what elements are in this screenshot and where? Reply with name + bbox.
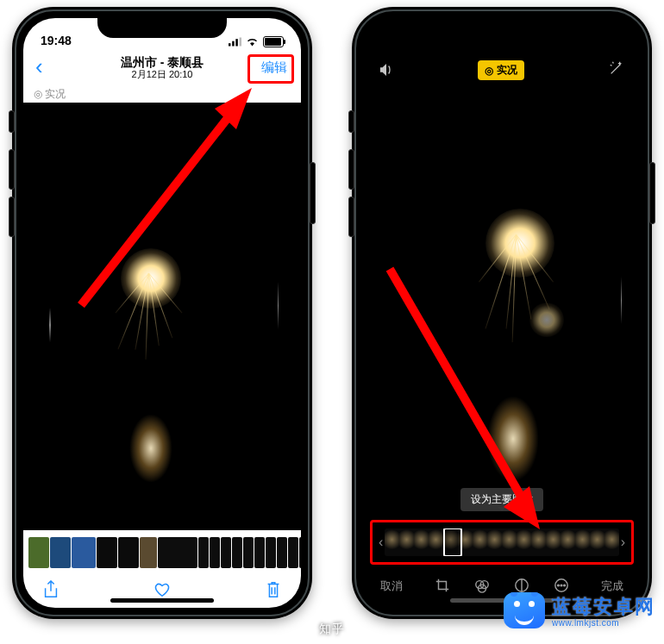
screen-edit-mode: ◎ 实况 bbox=[363, 18, 641, 608]
live-photo-icon: ◎ bbox=[34, 88, 42, 100]
power-button bbox=[649, 162, 655, 224]
scrub-frame[interactable] bbox=[473, 528, 487, 556]
speaker-icon bbox=[379, 63, 394, 77]
live-photo-icon: ◎ bbox=[485, 65, 493, 77]
thumbnail[interactable] bbox=[299, 537, 301, 568]
firework-image bbox=[363, 89, 641, 516]
nav-title-location: 温州市 - 泰顺县 bbox=[121, 55, 204, 69]
scrub-frame[interactable] bbox=[604, 528, 619, 556]
svg-point-11 bbox=[561, 585, 562, 586]
crop-icon bbox=[435, 578, 450, 593]
svg-point-12 bbox=[564, 585, 566, 586]
svg-rect-2 bbox=[235, 39, 238, 46]
share-icon bbox=[42, 580, 60, 599]
thumbnail[interactable] bbox=[72, 537, 96, 568]
wand-icon bbox=[608, 59, 625, 77]
frame-scrubber[interactable]: ‹ › bbox=[377, 527, 627, 558]
scrub-frame[interactable] bbox=[429, 528, 443, 556]
live-photo-pill[interactable]: ◎ 实况 bbox=[478, 60, 524, 80]
watermark-name: 蓝莓安卓网 bbox=[552, 594, 655, 620]
share-button[interactable] bbox=[42, 580, 60, 603]
scrub-frame[interactable] bbox=[517, 528, 531, 556]
thumbnail[interactable] bbox=[158, 537, 197, 568]
svg-rect-0 bbox=[229, 43, 231, 46]
scrub-frames[interactable] bbox=[385, 528, 618, 556]
mute-toggle[interactable] bbox=[379, 63, 394, 80]
thumbnail[interactable] bbox=[243, 537, 254, 568]
scrub-frame[interactable] bbox=[575, 528, 590, 556]
home-indicator[interactable] bbox=[110, 598, 214, 603]
scrub-cursor[interactable] bbox=[443, 528, 462, 556]
nav-bar: ‹ 温州市 - 泰顺县 2月12日 20:10 编辑 bbox=[23, 49, 301, 85]
thumbnail[interactable] bbox=[97, 537, 117, 568]
phone-right: ◎ 实况 bbox=[352, 7, 652, 619]
scrub-frame[interactable] bbox=[561, 528, 575, 556]
phone-left: 19:48 ‹ 温州市 - 泰顺县 2月12日 20:10 编辑 ◎ 实况 bbox=[12, 7, 312, 619]
notch bbox=[97, 16, 227, 38]
screen-photos-app: 19:48 ‹ 温州市 - 泰顺县 2月12日 20:10 编辑 ◎ 实况 bbox=[23, 18, 301, 608]
crop-button[interactable] bbox=[435, 578, 450, 596]
thumbnail[interactable] bbox=[50, 537, 71, 568]
filters-button[interactable] bbox=[474, 578, 490, 596]
back-button[interactable]: ‹ bbox=[35, 56, 56, 77]
battery-icon bbox=[263, 36, 284, 47]
scrub-frame[interactable] bbox=[487, 528, 502, 556]
mute-switch bbox=[9, 110, 15, 133]
thumbnail[interactable] bbox=[221, 537, 231, 568]
edit-photo-canvas[interactable]: 设为主要照片 bbox=[363, 89, 641, 516]
scrub-frame[interactable] bbox=[590, 528, 604, 556]
live-photo-label: 实况 bbox=[45, 87, 66, 102]
watermark-text: 蓝莓安卓网 www.lmkjst.com bbox=[552, 594, 655, 628]
volume-up-button bbox=[348, 149, 354, 190]
nav-title: 温州市 - 泰顺县 2月12日 20:10 bbox=[121, 55, 204, 80]
thumbnail[interactable] bbox=[198, 537, 209, 568]
status-time: 19:48 bbox=[41, 34, 72, 47]
thumbnail[interactable] bbox=[288, 537, 298, 568]
adjust-icon bbox=[514, 578, 529, 593]
heart-icon bbox=[153, 580, 171, 599]
cancel-button[interactable]: 取消 bbox=[380, 578, 403, 594]
thumbnail[interactable] bbox=[232, 537, 242, 568]
svg-rect-3 bbox=[240, 38, 242, 47]
cellular-icon bbox=[229, 37, 241, 47]
edit-button[interactable]: 编辑 bbox=[258, 58, 291, 78]
notch bbox=[437, 16, 567, 38]
photo-viewer[interactable] bbox=[23, 103, 301, 530]
scrub-right-icon: › bbox=[619, 535, 627, 550]
delete-button[interactable] bbox=[265, 580, 282, 603]
bottom-toolbar bbox=[23, 575, 301, 608]
watermark-logo bbox=[504, 592, 545, 628]
thumbnail[interactable] bbox=[118, 537, 139, 568]
ellipsis-icon bbox=[554, 578, 569, 593]
thumbnail[interactable] bbox=[266, 537, 276, 568]
live-photo-badge: ◎ 实况 bbox=[23, 85, 301, 103]
scrub-frame[interactable] bbox=[531, 528, 546, 556]
thumbnail[interactable] bbox=[210, 537, 220, 568]
scrub-frame[interactable] bbox=[399, 528, 414, 556]
thumbnail[interactable] bbox=[140, 537, 157, 568]
volume-down-button bbox=[9, 197, 15, 237]
comparison-stage: 19:48 ‹ 温州市 - 泰顺县 2月12日 20:10 编辑 ◎ 实况 bbox=[0, 0, 664, 644]
filters-icon bbox=[474, 578, 490, 593]
scrub-frame[interactable] bbox=[502, 528, 517, 556]
nav-title-datetime: 2月12日 20:10 bbox=[121, 69, 204, 80]
frame-scrubber-wrap: ‹ › bbox=[370, 520, 634, 565]
thumbnail-strip[interactable] bbox=[23, 530, 301, 575]
wifi-icon bbox=[246, 37, 259, 47]
status-icons bbox=[229, 36, 284, 47]
power-button bbox=[310, 162, 316, 224]
thumbnail[interactable] bbox=[28, 537, 49, 568]
key-photo-tooltip: 设为主要照片 bbox=[460, 488, 543, 511]
scrub-frame[interactable] bbox=[385, 528, 399, 556]
svg-rect-1 bbox=[232, 41, 235, 47]
thumbnail[interactable] bbox=[277, 537, 287, 568]
thumbnail[interactable] bbox=[254, 537, 265, 568]
scrub-frame[interactable] bbox=[546, 528, 561, 556]
firework-image bbox=[23, 103, 301, 530]
live-photo-label: 实况 bbox=[497, 63, 517, 78]
auto-enhance-button[interactable] bbox=[608, 59, 625, 80]
scrub-frame[interactable] bbox=[414, 528, 429, 556]
site-watermark: 蓝莓安卓网 www.lmkjst.com bbox=[504, 592, 655, 628]
svg-point-10 bbox=[558, 585, 560, 586]
scrub-left-icon: ‹ bbox=[377, 535, 385, 550]
